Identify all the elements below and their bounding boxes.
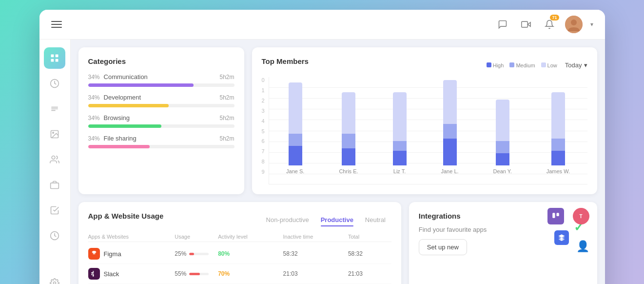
svg-rect-4 <box>51 55 54 58</box>
integrations-body: Integrations Find your favourite apps Se… <box>419 212 587 255</box>
integrations-subtitle: Find your favourite apps <box>419 226 587 233</box>
bar-jane-s: Jane S. <box>286 82 304 174</box>
tab-row: Non-productive Productive Neutral <box>260 214 391 225</box>
legend-low-label: Low <box>547 62 557 68</box>
figma-usage-pct: 25% <box>175 250 186 257</box>
categories-title: Categories <box>88 57 234 65</box>
menu-button[interactable] <box>51 21 62 28</box>
main-content: Categories 34% Communication 5h2m <box>71 40 605 284</box>
table-header: Apps & Websites Usage Activity level Ina… <box>88 232 391 242</box>
sidebar-item-history[interactable] <box>44 73 65 94</box>
chat-icon[interactable] <box>495 17 510 32</box>
col-apps: Apps & Websites <box>88 234 175 240</box>
sidebar-item-settings[interactable] <box>44 272 65 284</box>
integrations-title: Integrations <box>419 212 587 220</box>
svg-point-14 <box>52 156 55 160</box>
svg-marker-0 <box>527 22 530 26</box>
filter-today-button[interactable]: Today ▾ <box>565 61 587 69</box>
slack-app-name: Slack <box>104 270 119 278</box>
svg-rect-5 <box>56 55 59 58</box>
svg-point-13 <box>53 132 54 134</box>
svg-point-3 <box>571 20 577 25</box>
categories-card: Categories 34% Communication 5h2m <box>78 47 244 194</box>
sidebar-item-timer[interactable] <box>44 225 65 246</box>
sidebar-item-tasks[interactable] <box>44 200 65 221</box>
sidebar-item-team[interactable] <box>44 149 65 170</box>
integrations-card: Integrations Find your favourite apps Se… <box>409 202 597 284</box>
slack-activity: 70% <box>218 270 283 277</box>
col-activity: Activity level <box>218 234 283 240</box>
bar-liz-t: Liz T. <box>393 92 407 174</box>
category-communication: 34% Communication 5h2m <box>88 73 234 87</box>
table-row-figma: Figma 25% 80% 58:32 58:32 <box>88 244 391 264</box>
svg-rect-1 <box>521 21 527 27</box>
col-total: Total <box>348 234 391 240</box>
category-development: 34% Development 5h2m <box>88 94 234 107</box>
figma-app-name: Figma <box>104 250 121 258</box>
notification-badge: 71 <box>550 15 559 20</box>
table-row-slack: Slack 55% 70% 21:03 21:03 <box>88 264 391 284</box>
sidebar-item-notes[interactable] <box>44 98 65 120</box>
legend-low-dot <box>541 62 546 67</box>
bars-container: Jane S. Chris E. <box>269 77 587 184</box>
sidebar-item-cases[interactable] <box>44 174 65 196</box>
sidebar-item-gallery[interactable] <box>44 123 65 145</box>
legend-medium-label: Medium <box>516 62 535 68</box>
category-browsing: 34% Browsing 5h2m <box>88 114 234 128</box>
col-inactive: Inactive time <box>283 234 348 240</box>
category-filesharing: 34% File sharing 5h2m <box>88 135 234 148</box>
tab-nonproductive[interactable]: Non-productive <box>260 214 315 225</box>
slack-inactive: 21:03 <box>283 270 348 277</box>
bar-james-w: James W. <box>546 92 570 174</box>
tab-neutral[interactable]: Neutral <box>359 214 391 225</box>
legend-medium-dot <box>509 62 514 67</box>
svg-rect-6 <box>51 59 54 62</box>
figma-total: 58:32 <box>348 250 391 257</box>
sidebar <box>39 40 71 284</box>
figma-activity: 80% <box>218 250 283 257</box>
top-row: Categories 34% Communication 5h2m <box>78 47 597 194</box>
top-members-title: Top Members <box>262 57 309 65</box>
filter-label: Today <box>565 61 582 69</box>
slack-total: 21:03 <box>348 270 391 277</box>
svg-point-17 <box>54 282 56 284</box>
app-usage-title: App & Website Usage <box>88 212 164 220</box>
slack-app-icon <box>88 268 100 280</box>
setup-new-button[interactable]: Set up new <box>419 239 467 255</box>
tab-productive[interactable]: Productive <box>315 214 359 225</box>
slack-usage-pct: 55% <box>175 270 186 277</box>
notification-icon[interactable]: 71 <box>542 17 557 32</box>
chart-legend: High Medium Low <box>487 62 557 68</box>
legend-high-label: High <box>493 62 504 68</box>
col-usage: Usage <box>175 234 218 240</box>
sidebar-item-dashboard[interactable] <box>44 47 65 69</box>
bar-dean-y: Dean Y. <box>493 100 512 174</box>
bar-jane-l: Jane L. <box>441 80 459 174</box>
chart-header: Top Members High Medium Low Today ▾ <box>262 57 587 73</box>
bar-chart: 9 8 7 6 5 4 3 2 1 0 <box>262 77 587 184</box>
svg-rect-7 <box>56 59 59 62</box>
legend-high-dot <box>487 62 491 67</box>
svg-rect-15 <box>51 183 59 189</box>
profile-chevron[interactable]: ▾ <box>590 21 593 28</box>
figma-inactive: 58:32 <box>283 250 348 257</box>
bottom-row: App & Website Usage Non-productive Produ… <box>78 202 597 284</box>
figma-app-icon <box>88 248 100 260</box>
avatar[interactable] <box>565 16 583 33</box>
y-axis: 9 8 7 6 5 4 3 2 1 0 <box>262 77 269 184</box>
app-usage-card: App & Website Usage Non-productive Produ… <box>78 202 401 284</box>
top-members-card: Top Members High Medium Low Today ▾ <box>252 47 597 194</box>
bar-chris-e: Chris E. <box>339 92 358 174</box>
video-icon[interactable] <box>518 17 534 32</box>
